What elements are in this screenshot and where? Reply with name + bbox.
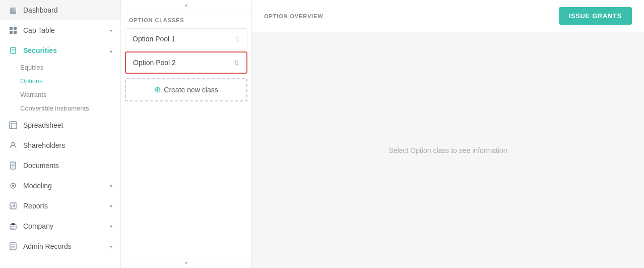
sidebar-item-company[interactable]: Company ▾ (0, 216, 120, 236)
empty-state-text: Select Option class to see information (389, 146, 507, 154)
sidebar-item-label: Documents (23, 162, 112, 170)
sidebar-sub-item-options[interactable]: Options (20, 74, 120, 88)
svg-rect-2 (10, 31, 13, 34)
plus-circle-icon: ⊕ (154, 85, 161, 94)
chevron-down-icon: ▾ (110, 28, 112, 33)
sidebar-item-dashboard[interactable]: ▦ Dashboard (0, 0, 120, 20)
svg-rect-0 (10, 27, 13, 30)
issue-grants-button[interactable]: ISSUE GRANTS (559, 7, 632, 25)
option-classes-panel: ▲ OPTION CLASSES Option Pool 1 ⇅ Option … (121, 0, 252, 268)
sidebar-item-spreadsheet[interactable]: Spreadsheet (0, 115, 120, 135)
chevron-down-icon: ▾ (110, 183, 112, 189)
drag-handle-icon: ⇅ (234, 35, 240, 43)
documents-icon (8, 160, 18, 171)
sidebar-item-label: Reports (23, 202, 105, 210)
sidebar-item-label: Admin Records (23, 242, 105, 250)
admin-records-icon (8, 241, 18, 251)
svg-point-6 (12, 142, 15, 145)
svg-rect-1 (14, 27, 17, 30)
chevron-down-icon: ▾ (110, 224, 112, 229)
sidebar-item-admin-records[interactable]: Admin Records ▾ (0, 236, 120, 256)
svg-rect-4 (11, 47, 16, 53)
sidebar-item-documents[interactable]: Documents (0, 155, 120, 176)
sidebar-item-label: Dashboard (23, 6, 112, 14)
drag-handle-icon: ⇅ (234, 59, 239, 67)
sidebar-item-cap-table[interactable]: Cap Table ▾ (0, 20, 120, 40)
sidebar-item-label: Spreadsheet (23, 121, 112, 129)
sidebar-item-label: Shareholders (23, 141, 112, 149)
option-pool-2-label: Option Pool 2 (133, 59, 176, 67)
svg-point-9 (12, 185, 14, 187)
svg-rect-5 (10, 122, 17, 129)
securities-icon (8, 45, 18, 56)
company-icon (8, 221, 18, 231)
sidebar-item-label: Cap Table (23, 26, 105, 34)
main-content: OPTION OVERVIEW ISSUE GRANTS Select Opti… (252, 0, 644, 268)
sidebar-item-label: Modeling (23, 182, 105, 190)
sidebar-sub-item-equities[interactable]: Equities (20, 61, 120, 74)
option-class-item-1[interactable]: Option Pool 1 ⇅ (125, 28, 247, 49)
create-new-class-label: Create new class (164, 86, 218, 94)
chevron-up-icon: ▴ (110, 48, 112, 53)
main-header: OPTION OVERVIEW ISSUE GRANTS (252, 0, 644, 32)
sidebar: ▦ Dashboard Cap Table ▾ Securities ▴ Equ… (0, 0, 121, 268)
sidebar-item-shareholders[interactable]: Shareholders (0, 135, 120, 155)
sidebar-item-reports[interactable]: Reports ▾ (0, 196, 120, 216)
sidebar-item-modeling[interactable]: Modeling ▾ (0, 176, 120, 196)
scroll-up-indicator[interactable]: ▲ (121, 0, 251, 10)
spreadsheet-icon (8, 120, 18, 130)
securities-submenu: Equities Options Warrants Convertible in… (0, 61, 120, 115)
chevron-down-icon: ▾ (110, 203, 112, 209)
sidebar-item-securities[interactable]: Securities ▴ (0, 40, 120, 61)
svg-rect-3 (14, 31, 17, 34)
option-pool-1-label: Option Pool 1 (133, 35, 175, 43)
chevron-down-icon: ▾ (110, 244, 112, 249)
create-new-class-button[interactable]: ⊕ Create new class (125, 78, 247, 101)
sidebar-item-label: Securities (23, 46, 105, 55)
option-classes-title: OPTION CLASSES (121, 10, 251, 28)
option-class-item-2[interactable]: Option Pool 2 ⇅ (125, 51, 247, 74)
scroll-down-indicator[interactable]: ▼ (121, 258, 251, 268)
shareholders-icon (8, 140, 18, 150)
reports-icon (8, 201, 18, 211)
sidebar-item-label: Company (23, 222, 105, 230)
dashboard-icon: ▦ (8, 5, 18, 15)
cap-table-icon (8, 25, 18, 35)
modeling-icon (8, 181, 18, 191)
sidebar-sub-item-convertible-instruments[interactable]: Convertible instruments (20, 101, 120, 115)
sidebar-sub-item-warrants[interactable]: Warrants (20, 88, 120, 101)
overview-title: OPTION OVERVIEW (264, 13, 324, 19)
overview-empty-state: Select Option class to see information (252, 32, 644, 268)
